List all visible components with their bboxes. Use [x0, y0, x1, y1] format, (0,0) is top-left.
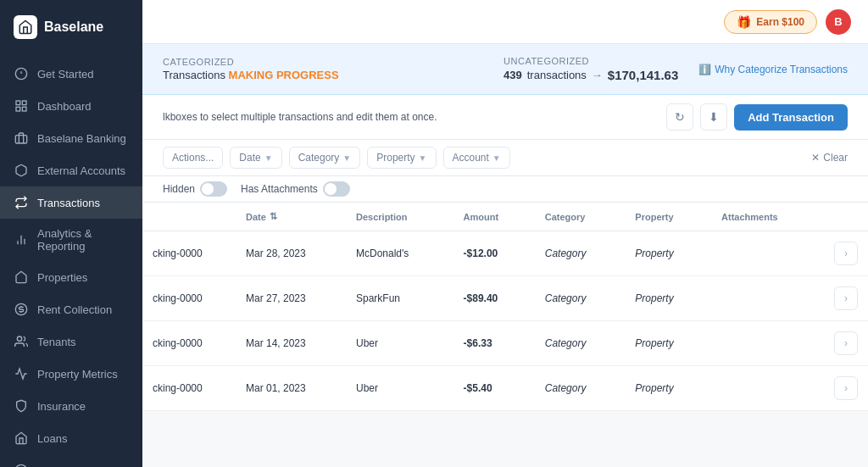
sidebar-item-baselane-banking[interactable]: Baselane Banking — [0, 122, 142, 154]
transactions-icon — [14, 195, 29, 210]
app-logo: Baselane — [0, 0, 142, 54]
table-header: Date ⇅ Description Amount Category Prope… — [142, 203, 868, 231]
sidebar-item-transactions[interactable]: Transactions — [0, 186, 142, 219]
row-expand-button[interactable]: › — [834, 331, 858, 355]
download-button[interactable]: ⬇ — [700, 103, 727, 131]
property-label: Property — [376, 152, 415, 164]
sidebar-item-label: External Accounts — [37, 164, 125, 177]
row-expand-button[interactable]: › — [834, 376, 858, 400]
sidebar-item-loans[interactable]: Loans — [0, 422, 142, 454]
dashboard-icon — [14, 98, 29, 114]
svg-point-14 — [17, 336, 21, 341]
attachments-toggle-item: Has Attachments — [241, 181, 350, 197]
logo-icon — [14, 15, 37, 39]
sidebar-item-label: Support — [37, 464, 76, 468]
sidebar-item-support[interactable]: Support — [0, 454, 142, 467]
td-property: Property — [625, 231, 711, 276]
td-date: Mar 14, 2023 — [236, 321, 346, 366]
sidebar-item-analytics-reporting[interactable]: Analytics & Reporting — [0, 219, 142, 261]
add-transaction-button[interactable]: Add Transaction — [734, 104, 848, 131]
td-description: SparkFun — [346, 276, 453, 321]
avatar[interactable]: B — [826, 9, 851, 35]
svg-rect-7 — [15, 136, 26, 143]
x-icon: ✕ — [811, 152, 820, 164]
category-label: Category — [298, 152, 340, 164]
categorization-banner: CATEGORIZED Transactions MAKING PROGRESS… — [142, 44, 868, 95]
banner-status-text: Transactions MAKING PROGRESS — [163, 69, 339, 81]
sidebar-item-dashboard[interactable]: Dashboard — [0, 90, 142, 122]
transactions-table-container: Date ⇅ Description Amount Category Prope… — [142, 203, 868, 411]
property-filter[interactable]: Property ▼ — [367, 147, 436, 169]
svg-rect-4 — [22, 101, 26, 105]
chevron-down-icon: ▼ — [492, 153, 501, 163]
category-filter[interactable]: Category ▼ — [289, 147, 361, 169]
td-action[interactable]: › — [824, 276, 868, 321]
search-placeholder: Actions... — [172, 152, 214, 164]
why-categorize-link[interactable]: ℹ️ Why Categorize Transactions — [698, 64, 848, 75]
uncategorized-block: UNCATEGORIZED 439 transactions → $170,14… — [504, 56, 678, 82]
uncat-unit: transactions — [527, 69, 587, 81]
sidebar-item-label: Insurance — [37, 400, 86, 413]
sidebar-item-rent-collection[interactable]: Rent Collection — [0, 293, 142, 325]
td-attachments — [711, 231, 824, 276]
support-icon — [14, 463, 29, 467]
toolbar-left: lkboxes to select multiple transactions … — [163, 111, 437, 123]
date-filter[interactable]: Date ▼ — [230, 147, 281, 169]
td-attachments — [711, 321, 824, 366]
td-amount: -$5.40 — [453, 366, 535, 411]
get-started-icon — [14, 66, 29, 81]
th-category: Category — [535, 203, 626, 231]
refresh-icon: ↻ — [675, 110, 685, 124]
uncat-count: 439 — [504, 69, 522, 81]
sidebar: Baselane Get Started Dashboard Baselane … — [0, 0, 142, 467]
table-body: cking-0000 Mar 28, 2023 McDonald's -$12.… — [142, 231, 868, 411]
sidebar-item-label: Property Metrics — [37, 368, 118, 381]
sidebar-item-tenants[interactable]: Tenants — [0, 325, 142, 358]
table-row: cking-0000 Mar 27, 2023 SparkFun -$89.40… — [142, 276, 868, 321]
td-action[interactable]: › — [824, 366, 868, 411]
sidebar-item-external-accounts[interactable]: External Accounts — [0, 154, 142, 186]
td-category: Category — [535, 321, 626, 366]
sidebar-item-label: Properties — [37, 271, 87, 284]
earn-label: Earn $100 — [756, 16, 804, 28]
refresh-button[interactable]: ↻ — [666, 103, 693, 131]
td-action[interactable]: › — [824, 231, 868, 276]
td-attachments — [711, 366, 824, 411]
row-expand-button[interactable]: › — [834, 242, 858, 265]
hidden-label: Hidden — [163, 183, 195, 195]
td-account: cking-0000 — [142, 366, 236, 411]
analytics-icon — [14, 232, 29, 247]
row-expand-button[interactable]: › — [834, 286, 858, 310]
sidebar-item-properties[interactable]: Properties — [0, 261, 142, 293]
svg-rect-3 — [16, 101, 20, 105]
td-category: Category — [535, 276, 626, 321]
clear-filters-button[interactable]: ✕ Clear — [811, 152, 848, 164]
th-account — [142, 203, 236, 231]
toggle-knob — [325, 183, 337, 195]
attachments-toggle[interactable] — [323, 181, 350, 197]
search-filter[interactable]: Actions... — [163, 147, 223, 169]
table-row: cking-0000 Mar 01, 2023 Uber -$5.40 Cate… — [142, 366, 868, 411]
th-date[interactable]: Date ⇅ — [236, 203, 346, 231]
chevron-down-icon: ▼ — [342, 153, 351, 163]
sidebar-item-get-started[interactable]: Get Started — [0, 58, 142, 90]
td-date: Mar 27, 2023 — [236, 276, 346, 321]
td-category: Category — [535, 231, 626, 276]
toggle-knob — [202, 183, 214, 195]
hidden-toggle[interactable] — [200, 181, 227, 197]
sidebar-item-property-metrics[interactable]: Property Metrics — [0, 358, 142, 390]
td-property: Property — [625, 321, 711, 366]
sidebar-item-label: Rent Collection — [37, 303, 112, 316]
account-filter[interactable]: Account ▼ — [443, 147, 510, 169]
sidebar-nav: Get Started Dashboard Baselane Banking E… — [0, 54, 142, 467]
date-label: Date — [239, 152, 260, 164]
sidebar-item-insurance[interactable]: Insurance — [0, 390, 142, 422]
earn-button[interactable]: 🎁 Earn $100 — [724, 10, 817, 34]
td-action[interactable]: › — [824, 321, 868, 366]
sidebar-item-label: Dashboard — [37, 100, 92, 113]
arrow-right-icon: → — [592, 69, 603, 81]
account-label: Account — [453, 152, 489, 164]
table-row: cking-0000 Mar 14, 2023 Uber -$6.33 Cate… — [142, 321, 868, 366]
toggle-bar: Hidden Has Attachments — [142, 176, 868, 203]
main-content: 🎁 Earn $100 B CATEGORIZED Transactions M… — [142, 0, 868, 467]
